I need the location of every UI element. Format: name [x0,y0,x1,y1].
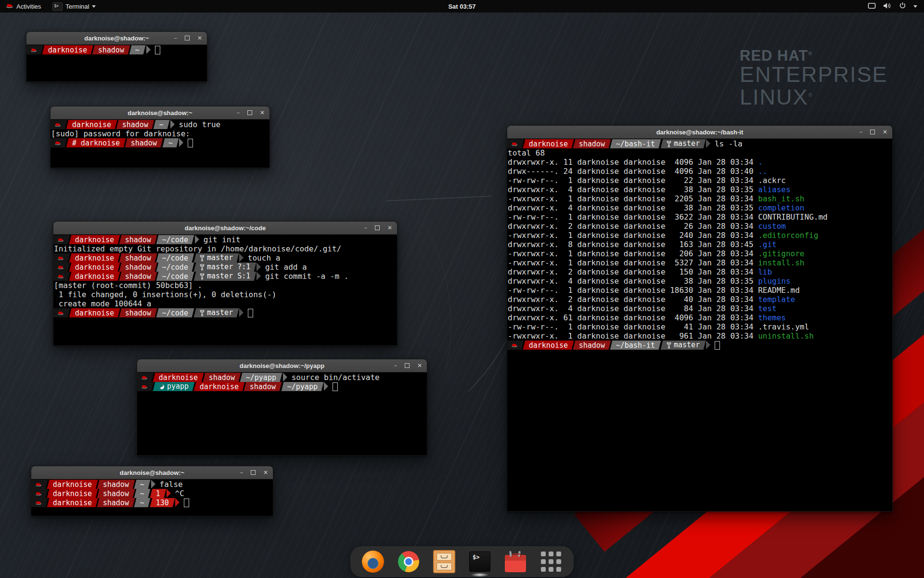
app-menu-terminal[interactable]: $> Terminal [47,0,102,13]
activities-button[interactable]: Activities [0,0,47,13]
chevron-down-icon [92,5,96,8]
minimize-button[interactable]: – [240,470,243,475]
maximize-button[interactable] [251,470,256,475]
close-button[interactable]: ✕ [417,363,422,368]
ls-row-meta: drwxrwxr-x. 61 darknoise darknoise 4096 … [508,313,758,322]
window-title: darknoise@shadow:~ [31,469,273,476]
prompt-segment-red2: shadow [97,498,135,507]
terminal-line: -rwxrwxr-x. 1 darknoise darknoise 240 Ja… [508,231,892,240]
ls-row-filename: test [758,304,777,313]
ls-row-meta: -rwxrwxr-x. 1 darknoise darknoise 961 Ja… [508,331,758,341]
dock-item-toolbox[interactable] [504,551,526,573]
terminal-line: [master (root-commit) 50bcb63] . [54,281,397,290]
dock-item-app-grid[interactable] [540,551,562,573]
window-titlebar[interactable]: darknoise@shadow:~/code–✕ [53,222,397,235]
maximize-button[interactable] [405,363,410,368]
chevron-down-icon[interactable] [913,5,917,8]
dock-item-firefox[interactable] [362,551,384,573]
minimize-button[interactable]: – [364,225,367,231]
window-titlebar[interactable]: darknoise@shadow:~–✕ [51,106,270,119]
dock-item-chrome[interactable] [398,551,420,573]
close-button[interactable]: ✕ [883,129,887,135]
prompt-segment-path: ~/pyapp [240,373,282,382]
command-text: ls -la [715,139,743,148]
maximize-button[interactable] [375,225,380,230]
power-icon[interactable] [899,2,906,11]
branch-icon [200,273,205,280]
prompt-segment-red1: darknoise [47,498,98,507]
terminal-window-w4: darknoise@shadow:~/pyapp–✕darknoiseshado… [137,359,427,456]
output-text: [master (root-commit) 50bcb63] . [54,281,202,290]
terminal-content[interactable]: darknoiseshadow~falsedarknoiseshadow~1^C… [31,479,273,516]
terminal-line: drwxrwxr-x. 11 darknoise darknoise 4096 … [508,158,892,167]
terminal-content[interactable]: darknoiseshadow~sudo true[sudo] password… [51,119,270,168]
ls-row-meta: drwx------. 24 darknoise darknoise 4096 … [508,167,758,176]
dock-item-files[interactable] [433,551,455,573]
terminal-line: -rw-rw-r--. 1 darknoise darknoise 41 Jan… [508,322,892,331]
terminal-content[interactable]: darknoiseshadow~/pyappsource bin/activat… [137,372,427,455]
close-button[interactable]: ✕ [263,470,268,475]
prompt-segment-exit: 1 [150,489,166,498]
prompt-arrow [706,139,710,148]
window-title: darknoise@shadow:~/bash-it [507,129,892,136]
ls-row-filename: install.sh [758,258,804,267]
maximize-button[interactable] [870,130,875,134]
window-titlebar[interactable]: darknoise@shadow:~/bash-it–✕ [507,126,892,139]
terminal-line: darknoiseshadow~/pyappsource bin/activat… [138,373,427,382]
terminal-line: -rwxrwxr-x. 1 darknoise darknoise 206 Ja… [508,249,892,258]
prompt-segment-path: ~/bash-it [610,341,661,350]
dock-item-terminal[interactable]: $> [469,551,491,573]
terminal-content[interactable]: darknoiseshadow~/codegit initInitialized… [53,235,397,345]
command-text: ^C [175,489,184,498]
prompt-segment-exit: 130 [150,498,175,507]
prompt-segment-red2: shadow [97,489,135,498]
prompt-segment-red1: darknoise [69,263,120,272]
prompt-arrow [151,480,155,488]
terminal-line: darknoiseshadow~sudo true [51,120,270,129]
minimize-button[interactable]: – [394,363,397,368]
maximize-button[interactable] [185,36,190,40]
minimize-button[interactable]: – [237,110,240,116]
prompt-segment-red2: shadow [573,341,611,350]
prompt-segment-git: master [660,139,706,148]
command-text: git commit -a -m . [265,272,348,281]
dock: $> [350,546,574,577]
maximize-button[interactable] [247,110,252,115]
terminal-line: Initialized empty Git repository in /hom… [54,244,397,253]
window-titlebar[interactable]: darknoise@shadow:~–✕ [26,32,207,45]
redhat-icon [54,140,61,145]
terminal-line: drwxrwxr-x. 2 darknoise darknoise 150 Ja… [508,267,892,276]
prompt-arrow [283,373,287,381]
ls-row-filename: plugins [758,276,790,286]
ls-row-filename: CONTRIBUTING.md [758,212,828,222]
terminal-window-w5: darknoise@shadow:~–✕darknoiseshadow~fals… [31,466,273,516]
prompt-segment-red1: darknoise [523,139,574,148]
window-titlebar[interactable]: darknoise@shadow:~/pyapp–✕ [137,359,427,372]
redhat-icon [511,141,518,146]
prompt-segment-path: ~/pyapp [281,382,323,391]
terminal-line: create mode 100644 a [54,299,397,308]
display-icon[interactable] [868,2,876,11]
redhat-icon [511,342,518,348]
prompt-segment-red1: darknoise [47,489,98,498]
window-title: darknoise@shadow:~/code [53,224,397,232]
volume-icon[interactable] [883,2,892,11]
minimize-button[interactable]: – [174,35,177,41]
terminal-content[interactable]: darknoiseshadow~/bash-itmasterls -latota… [507,139,892,511]
close-button[interactable]: ✕ [387,225,392,231]
prompt-arrow [257,263,261,271]
output-text: total 68 [508,148,545,158]
prompt-segment-red2: shadow [203,373,241,382]
terminal-content[interactable]: darknoiseshadow~ [26,45,207,81]
window-titlebar[interactable]: darknoise@shadow:~–✕ [31,466,273,479]
close-button[interactable]: ✕ [260,110,265,116]
prompt-arrow [167,489,171,498]
prompt-segment-path: ~ [134,489,151,498]
ls-row-meta: -rw-rw-r--. 1 darknoise darknoise 18630 … [508,286,758,295]
terminal-line: drwxrwxr-x. 61 darknoise darknoise 4096 … [508,313,892,322]
terminal-line: drwxrwxr-x. 4 darknoise darknoise 38 Jan… [508,203,892,212]
clock[interactable]: Sat 03:57 [448,3,475,10]
close-button[interactable]: ✕ [197,35,202,41]
minimize-button[interactable]: – [860,129,862,135]
prompt-segment-red1: # darknoise [66,138,126,147]
